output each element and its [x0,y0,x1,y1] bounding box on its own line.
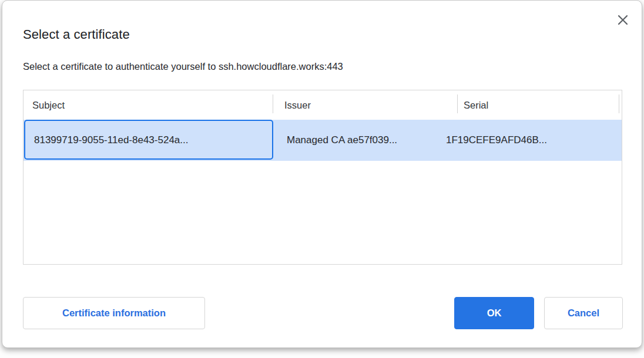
column-divider [273,94,273,113]
column-header-issuer: Issuer [284,90,311,120]
dialog-title: Select a certificate [23,27,130,42]
certificate-information-button[interactable]: Certificate information [23,297,205,329]
certificate-select-dialog: Select a certificate Select a certificat… [2,0,642,348]
dialog-subtitle: Select a certificate to authenticate you… [23,61,343,72]
cancel-button[interactable]: Cancel [544,297,623,329]
certificate-row-selected[interactable]: 81399719-9055-11ed-8e43-524a... Managed … [24,120,622,161]
cell-serial[interactable]: 1F19CEFE9AFD46B... [446,120,547,161]
certificate-table-header: Subject Issuer Serial [24,90,622,120]
cell-subject[interactable]: 81399719-9055-11ed-8e43-524a... [34,120,188,161]
ok-button[interactable]: OK [454,297,534,329]
close-button[interactable] [615,12,631,29]
close-icon [616,13,629,28]
cell-issuer[interactable]: Managed CA ae57f039... [287,120,397,161]
column-header-serial: Serial [464,90,488,120]
column-header-subject: Subject [32,90,65,120]
certificate-table: Subject Issuer Serial 81399719-9055-11ed… [23,90,622,265]
column-divider [457,94,458,113]
column-divider [619,94,619,113]
